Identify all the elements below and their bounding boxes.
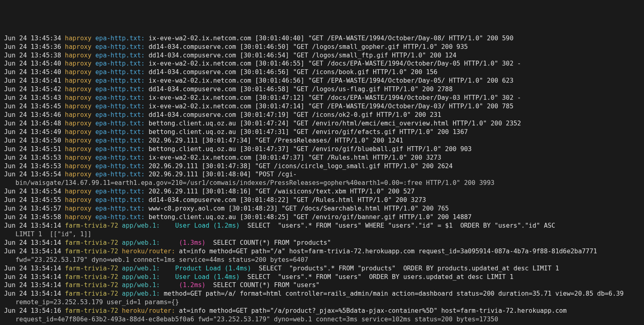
message: bettong.client.uq.oz.au [30:01:47:24] "G… bbox=[149, 120, 521, 127]
app-name: haproxy bbox=[65, 137, 91, 144]
app-name: haproxy bbox=[65, 52, 91, 59]
log-line: Jun 24 13:54:16 farm-trivia-72 heroku/ro… bbox=[4, 307, 640, 315]
app-name: farm-trivia-72 bbox=[65, 265, 118, 272]
log-line: Jun 24 13:54:14 farm-trivia-72 app/web.1… bbox=[4, 264, 640, 273]
source: epa-http.txt: bbox=[95, 94, 145, 101]
source: app/web.1: bbox=[122, 281, 160, 289]
timestamp: Jun 24 13:45:40 bbox=[4, 60, 61, 67]
log-line: Jun 24 13:45:55 haproxy epa-http.txt: dd… bbox=[4, 196, 640, 204]
log-line: Jun 24 13:45:57 haproxy epa-http.txt: ww… bbox=[4, 204, 640, 213]
app-name: haproxy bbox=[65, 94, 91, 101]
app-name: haproxy bbox=[65, 171, 91, 178]
log-line: Jun 24 13:45:43 haproxy epa-http.txt: ix… bbox=[4, 94, 640, 102]
timestamp: Jun 24 13:54:14 bbox=[4, 222, 61, 229]
source: epa-http.txt: bbox=[95, 162, 145, 170]
message: 202.96.29.111 [30:01:48:16] "GET /waisic… bbox=[149, 188, 415, 195]
query-load: User Load (1.2ms) bbox=[167, 222, 240, 229]
source: epa-http.txt: bbox=[95, 154, 145, 161]
log-line: Jun 24 13:45:54 haproxy epa-http.txt: 20… bbox=[4, 170, 640, 179]
sql: SELECT "users".* FROM "users" WHERE "use… bbox=[240, 222, 556, 229]
source: epa-http.txt: bbox=[95, 86, 145, 93]
log-line: Jun 24 13:45:41 haproxy epa-http.txt: ix… bbox=[4, 77, 640, 85]
source: epa-http.txt: bbox=[95, 120, 145, 127]
source: app/web.1: bbox=[122, 222, 160, 229]
log-line: Jun 24 13:45:58 haproxy epa-http.txt: be… bbox=[4, 213, 640, 222]
timestamp: Jun 24 13:45:49 bbox=[4, 128, 61, 136]
timestamp: Jun 24 13:45:41 bbox=[4, 77, 61, 84]
message: at=info method=GET path="/a/product?_pja… bbox=[179, 307, 567, 314]
source: epa-http.txt: bbox=[95, 188, 145, 195]
sql: SELECT COUNT(*) FROM "products" bbox=[206, 239, 331, 246]
timestamp: Jun 24 13:54:14 bbox=[4, 281, 61, 289]
query-load: User Load (1.4ms) bbox=[167, 273, 240, 281]
message: ix-eve-wa2-02.ix.netcom.com [30:01:47:12… bbox=[149, 94, 521, 101]
app-name: haproxy bbox=[65, 145, 91, 153]
sql: SELECT "products".* FROM "products" ORDE… bbox=[251, 265, 559, 272]
source: epa-http.txt: bbox=[95, 77, 145, 84]
timestamp: Jun 24 13:45:38 bbox=[4, 52, 61, 59]
app-name: haproxy bbox=[65, 205, 91, 212]
log-line: Jun 24 13:54:14 farm-trivia-72 app/web.1… bbox=[4, 273, 640, 281]
log-line: Jun 24 13:54:14 farm-trivia-72 app/web.1… bbox=[4, 222, 640, 230]
message: bettong.client.uq.oz.au [30:01:47:31] "G… bbox=[149, 128, 468, 136]
log-line: Jun 24 13:54:14 farm-trivia-72 app/web.1… bbox=[4, 239, 640, 247]
timestamp: Jun 24 13:54:14 bbox=[4, 290, 61, 297]
timestamp: Jun 24 13:45:54 bbox=[4, 171, 61, 178]
timestamp: Jun 24 13:45:42 bbox=[4, 86, 61, 93]
log-line: Jun 24 13:45:45 haproxy epa-http.txt: ix… bbox=[4, 102, 640, 111]
timestamp: Jun 24 13:45:40 bbox=[4, 68, 61, 76]
timestamp: Jun 24 13:45:45 bbox=[4, 103, 61, 110]
timestamp: Jun 24 13:54:14 bbox=[4, 248, 61, 255]
source: epa-http.txt: bbox=[95, 103, 145, 110]
log-line-continuation: LIMIT 1 [["id", 1]] bbox=[4, 230, 640, 239]
timestamp: Jun 24 13:45:43 bbox=[4, 94, 61, 101]
timestamp: Jun 24 13:45:34 bbox=[4, 35, 61, 42]
log-line: Jun 24 13:45:48 haproxy epa-http.txt: be… bbox=[4, 119, 640, 128]
message: dd14-034.compuserve.com [30:01:47:19] "G… bbox=[149, 111, 442, 119]
app-name: farm-trivia-72 bbox=[65, 222, 118, 229]
log-line: Jun 24 13:45:34 haproxy epa-http.txt: ix… bbox=[4, 34, 640, 43]
timestamp: Jun 24 13:45:51 bbox=[4, 145, 61, 153]
app-name: farm-trivia-72 bbox=[65, 281, 118, 289]
source: epa-http.txt: bbox=[95, 128, 145, 136]
log-line: Jun 24 13:45:51 haproxy epa-http.txt: be… bbox=[4, 145, 640, 154]
message: dd14-034.compuserve.com [30:01:46:56] "G… bbox=[149, 68, 437, 76]
app-name: haproxy bbox=[65, 103, 91, 110]
source: heroku/router: bbox=[122, 307, 175, 314]
timestamp: Jun 24 13:45:53 bbox=[4, 154, 61, 161]
app-name: haproxy bbox=[65, 128, 91, 136]
source: app/web.1: bbox=[122, 273, 160, 281]
log-line: Jun 24 13:45:40 haproxy epa-http.txt: dd… bbox=[4, 68, 640, 77]
query-load: Product Load (1.4ms) bbox=[167, 265, 251, 272]
app-name: haproxy bbox=[65, 77, 91, 84]
timestamp: Jun 24 13:45:46 bbox=[4, 111, 61, 119]
app-name: haproxy bbox=[65, 213, 91, 221]
app-name: farm-trivia-72 bbox=[65, 239, 118, 246]
timestamp: Jun 24 13:45:50 bbox=[4, 137, 61, 144]
message: 202.96.29.111 [30:01:48:04] "POST /cgi- bbox=[149, 171, 297, 178]
log-line: Jun 24 13:45:36 haproxy epa-http.txt: dd… bbox=[4, 43, 640, 51]
message: ix-eve-wa2-02.ix.netcom.com [30:01:46:56… bbox=[149, 77, 514, 84]
log-line: Jun 24 13:45:42 haproxy epa-http.txt: dd… bbox=[4, 85, 640, 94]
source: epa-http.txt: bbox=[95, 52, 145, 59]
log-line-continuation: remote_ip=23.252.53.179 user_id=1 params… bbox=[4, 298, 640, 307]
timestamp: Jun 24 13:45:36 bbox=[4, 43, 61, 51]
log-line: Jun 24 13:45:50 haproxy epa-http.txt: 20… bbox=[4, 136, 640, 145]
log-output[interactable]: Jun 24 13:45:34 haproxy epa-http.txt: ix… bbox=[4, 34, 640, 325]
message: at=info method=GET path="/a" host=farm-t… bbox=[179, 248, 597, 255]
source: epa-http.txt: bbox=[95, 137, 145, 144]
message: ix-eve-wa2-02.ix.netcom.com [30:01:40:40… bbox=[149, 35, 514, 42]
log-line: Jun 24 13:45:40 haproxy epa-http.txt: ix… bbox=[4, 59, 640, 68]
source: epa-http.txt: bbox=[95, 196, 145, 204]
log-line: Jun 24 13:45:49 haproxy epa-http.txt: be… bbox=[4, 128, 640, 136]
app-name: haproxy bbox=[65, 35, 91, 42]
message: dd14-034.compuserve.com [30:01:46:58] "G… bbox=[149, 86, 453, 93]
app-name: farm-trivia-72 bbox=[65, 307, 118, 314]
message: dd14-034.compuserve.com [30:01:46:50] "G… bbox=[149, 43, 468, 51]
timestamp: Jun 24 13:54:16 bbox=[4, 307, 61, 314]
app-name: farm-trivia-72 bbox=[65, 273, 118, 281]
source: epa-http.txt: bbox=[95, 145, 145, 153]
source: epa-http.txt: bbox=[95, 213, 145, 221]
log-line: Jun 24 13:45:38 haproxy epa-http.txt: dd… bbox=[4, 51, 640, 60]
log-line: Jun 24 13:54:14 farm-trivia-72 app/web.1… bbox=[4, 290, 640, 298]
